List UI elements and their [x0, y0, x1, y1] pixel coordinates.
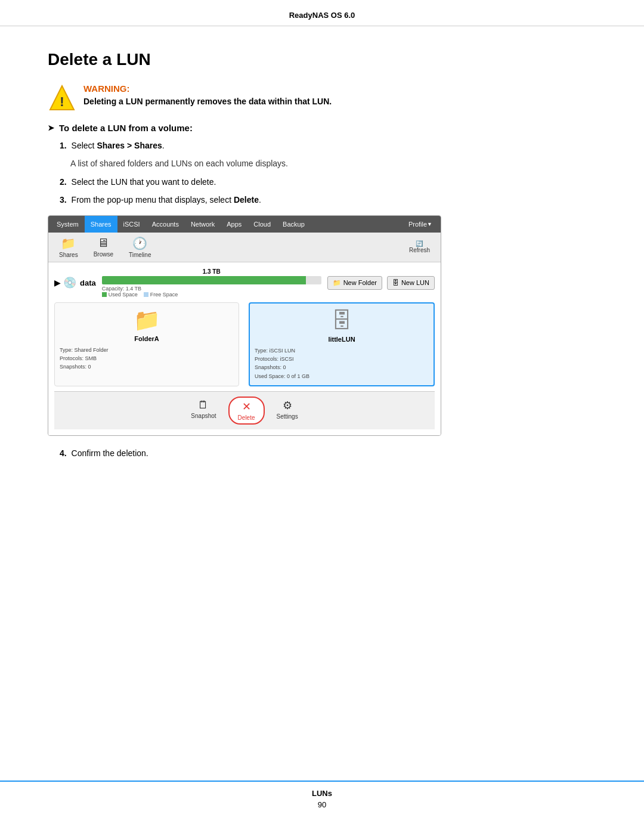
- cards-row: 📁 FolderA Type: Shared Folder Protocols:…: [54, 302, 435, 387]
- warning-icon: !: [48, 83, 76, 112]
- step-4-list: 4. Confirm the deletion.: [48, 447, 596, 460]
- warning-content: WARNING: Deleting a LUN permanently remo…: [83, 83, 332, 107]
- step-3-num: 3.: [60, 195, 67, 205]
- little-lun-name: littleLUN: [328, 336, 355, 343]
- nav-tab-shares[interactable]: Shares: [85, 216, 117, 233]
- section-heading: To delete a LUN from a volume:: [48, 123, 596, 133]
- snapshot-icon: 🗒: [198, 399, 209, 411]
- screenshot-container: System Shares iSCSI Accounts Network App…: [48, 215, 441, 436]
- warning-label: WARNING:: [83, 83, 332, 94]
- step-4-num: 4.: [60, 448, 67, 458]
- data-volume-row: ▶ 💿 data 1.3 TB Capacity: 1.4 TB Used Sp…: [54, 268, 435, 298]
- legend-free: Free Space: [144, 292, 178, 298]
- step-3-bold: Delete: [234, 195, 259, 205]
- delete-icon: ✕: [242, 400, 251, 413]
- shares-icon: 📁: [61, 236, 76, 250]
- footer-page-num: 90: [0, 800, 644, 809]
- page-header: ReadyNAS OS 6.0: [0, 0, 644, 26]
- nav-tab-cloud[interactable]: Cloud: [247, 216, 277, 233]
- step-1: 1. Select Shares > Shares.: [60, 139, 596, 152]
- folder-a-protocols: Protocols: SMB: [60, 354, 234, 363]
- page-footer: LUNs 90: [0, 781, 644, 809]
- lun-icon: 🗄: [331, 308, 352, 333]
- folder-a-name: FolderA: [134, 335, 159, 342]
- free-dot: [144, 292, 148, 297]
- volume-name: data: [80, 278, 96, 287]
- warning-box: ! WARNING: Deleting a LUN permanently re…: [48, 83, 596, 112]
- nav-bar: System Shares iSCSI Accounts Network App…: [48, 216, 441, 233]
- svg-text:!: !: [60, 94, 64, 109]
- delete-button[interactable]: ✕ Delete: [228, 397, 265, 425]
- snapshot-button[interactable]: 🗒 Snapshot: [185, 397, 222, 425]
- new-folder-icon: 📁: [333, 279, 341, 287]
- nav-tab-backup[interactable]: Backup: [277, 216, 311, 233]
- toolbar-timeline[interactable]: 🕐 Timeline: [124, 234, 156, 261]
- progress-label: 1.3 TB: [102, 268, 321, 275]
- content-area: Delete a LUN ! WARNING: Deleting a LUN p…: [0, 26, 644, 503]
- lun-type: Type: iSCSI LUN: [255, 346, 429, 355]
- toolbar-browse[interactable]: 🖥 Browse: [89, 234, 118, 260]
- step-2-num: 2.: [60, 177, 67, 187]
- folder-a-info: Type: Shared Folder Protocols: SMB Snaps…: [60, 346, 234, 371]
- folder-a-icon: 📁: [134, 308, 160, 333]
- new-folder-label: New Folder: [343, 279, 377, 286]
- used-dot: [102, 292, 107, 297]
- warning-text: Deleting a LUN permanently removes the d…: [83, 97, 332, 106]
- nav-tab-iscsi[interactable]: iSCSI: [117, 216, 146, 233]
- new-lun-icon: 🗄: [392, 279, 399, 286]
- volume-info: 1.3 TB Capacity: 1.4 TB Used Space Free …: [102, 268, 321, 298]
- progress-legend: Used Space Free Space: [102, 292, 321, 298]
- new-lun-button[interactable]: 🗄 New LUN: [387, 276, 435, 290]
- little-lun-info: Type: iSCSI LUN Protocols: iSCSI Snapsho…: [255, 346, 429, 381]
- toolbar-refresh[interactable]: 🔄 Refresh: [404, 238, 435, 256]
- browse-icon: 🖥: [97, 236, 109, 250]
- nav-tab-system[interactable]: System: [51, 216, 85, 233]
- step-1-num: 1.: [60, 141, 67, 150]
- new-lun-label: New LUN: [401, 279, 429, 286]
- step-1-bold: Shares > Shares: [97, 141, 162, 150]
- settings-button[interactable]: ⚙ Settings: [271, 397, 304, 425]
- settings-label: Settings: [277, 413, 298, 420]
- lun-used-space: Used Space: 0 of 1 GB: [255, 372, 429, 380]
- action-buttons: 📁 New Folder 🗄 New LUN: [327, 276, 435, 290]
- delete-label: Delete: [238, 414, 255, 421]
- step-1-subtext: A list of shared folders and LUNs on eac…: [60, 157, 596, 170]
- toolbar: 📁 Shares 🖥 Browse 🕐 Timeline 🔄 Refresh: [48, 233, 441, 262]
- steps-list: 1. Select Shares > Shares. A list of sha…: [48, 139, 596, 207]
- refresh-icon: 🔄: [416, 240, 423, 247]
- sc-body: ▶ 💿 data 1.3 TB Capacity: 1.4 TB Used Sp…: [48, 262, 441, 436]
- settings-icon: ⚙: [283, 399, 292, 412]
- footer-section: LUNs: [0, 789, 644, 798]
- folder-a-type: Type: Shared Folder: [60, 346, 234, 354]
- expand-icon[interactable]: ▶: [54, 278, 61, 287]
- folder-a-snapshots: Snapshots: 0: [60, 363, 234, 371]
- volume-icon: 💿: [63, 276, 76, 289]
- nav-tab-profile[interactable]: Profile: [402, 216, 438, 233]
- folder-a-card[interactable]: 📁 FolderA Type: Shared Folder Protocols:…: [54, 302, 239, 387]
- little-lun-card[interactable]: 🗄 littleLUN Type: iSCSI LUN Protocols: i…: [249, 302, 435, 387]
- timeline-icon: 🕐: [132, 236, 147, 250]
- toolbar-shares-label: Shares: [59, 252, 78, 258]
- nav-tab-accounts[interactable]: Accounts: [146, 216, 185, 233]
- step-3: 3. From the pop-up menu that displays, s…: [60, 193, 596, 206]
- nav-tab-network[interactable]: Network: [185, 216, 221, 233]
- refresh-label: Refresh: [409, 247, 430, 253]
- page-title: Delete a LUN: [48, 50, 596, 69]
- lun-snapshots: Snapshots: 0: [255, 363, 429, 371]
- new-folder-button[interactable]: 📁 New Folder: [327, 276, 382, 290]
- toolbar-shares[interactable]: 📁 Shares: [54, 234, 83, 261]
- popup-actions: 🗒 Snapshot ✕ Delete ⚙ Settings: [54, 391, 435, 429]
- snapshot-label: Snapshot: [191, 413, 216, 419]
- nav-tab-apps[interactable]: Apps: [221, 216, 247, 233]
- header-title: ReadyNAS OS 6.0: [289, 11, 355, 20]
- legend-used: Used Space: [102, 292, 138, 298]
- capacity-text: Capacity: 1.4 TB: [102, 286, 321, 292]
- toolbar-timeline-label: Timeline: [129, 252, 151, 258]
- progress-bar: [102, 276, 321, 284]
- toolbar-browse-label: Browse: [94, 251, 113, 258]
- step-4: 4. Confirm the deletion.: [60, 447, 596, 460]
- lun-protocols: Protocols: iSCSI: [255, 355, 429, 363]
- step-2: 2. Select the LUN that you want to delet…: [60, 175, 596, 188]
- used-bar: [102, 276, 306, 284]
